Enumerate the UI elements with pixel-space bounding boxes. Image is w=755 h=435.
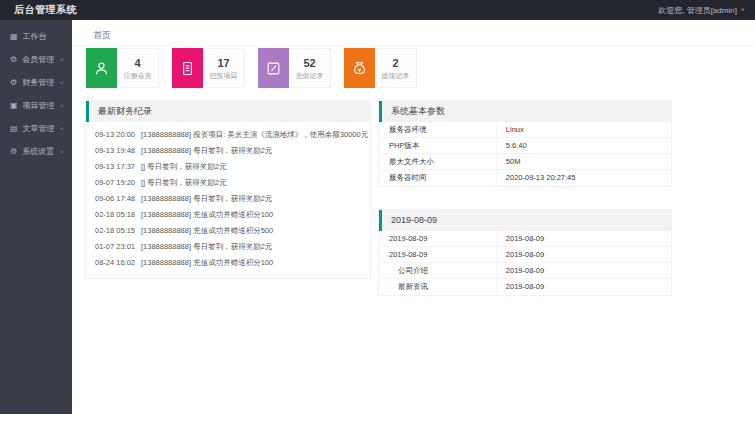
panel-title: 最新财务纪录 [86, 101, 370, 122]
workbench-icon: ▦ [10, 32, 18, 41]
stat-card-info: 17 已投项目 [203, 48, 245, 88]
list-item: 08-24 16:02[13888888888] 充值成功并赠送积分100 [86, 255, 370, 271]
articles-icon: ▤ [10, 124, 18, 133]
list-item: 02-18 05:18[13888888888] 充值成功并赠送积分100 [86, 207, 370, 223]
record-time: 02-18 05:18 [95, 207, 141, 223]
stat-value: 52 [303, 57, 315, 69]
list-item: 02-18 05:15[13888888888] 充值成功并赠送积分500 [86, 223, 370, 239]
finance-icon: ⚙ [10, 78, 17, 87]
sidebar-item-label: 文章管理 [23, 123, 55, 134]
record-text: [] 每日签到，获得奖励2元 [141, 162, 226, 171]
param-label: 服务器时间 [379, 170, 496, 186]
record-time: 09-07 19:20 [95, 175, 141, 191]
record-text: [13888888888] 充值成功并赠送积分100 [141, 210, 273, 219]
table-row: 2019-08-09 2019-08-09 [379, 231, 671, 247]
record-time: 09-06 17:48 [95, 191, 141, 207]
admin-dashboard: 后台管理系统 欢迎您, 管理员[admin] ∨ ▦ 工作台 ⚙ 会员管理 ∨ … [0, 0, 755, 435]
top-bar: 后台管理系统 欢迎您, 管理员[admin] ∨ [0, 0, 755, 20]
article-label: 公司介绍 [379, 263, 496, 278]
user-menu[interactable]: 欢迎您, 管理员[admin] ∨ [658, 5, 755, 16]
record-text: [13888888888] 充值成功并赠送积分100 [141, 258, 273, 267]
sidebar-item-articles[interactable]: ▤ 文章管理 ∨ [0, 117, 72, 140]
welcome-text: 欢迎您, 管理员[admin] [658, 5, 737, 16]
panel-title: 系统基本参数 [379, 101, 671, 122]
list-item: 09-13 20:00[13888888888] 投资项目: 吴京主演《流浪地球… [86, 127, 370, 143]
article-label: 最新资讯 [379, 279, 496, 295]
list-item: 09-13 17:37[] 每日签到，获得奖励2元 [86, 159, 370, 175]
param-value: 2020-09-13 20:27:45 [496, 170, 671, 186]
record-text: [13888888888] 充值成功并赠送积分500 [141, 226, 273, 235]
list-item: 09-06 17:48[13888888888] 每日签到，获得奖励2元 [86, 191, 370, 207]
table-row: 服务器环境 Linux [379, 122, 671, 138]
stat-label: 提现记录 [382, 71, 410, 80]
projects-icon: ▣ [10, 101, 18, 110]
article-date: 2019-08-09 [496, 231, 671, 246]
table-row: PHP版本 5.6.40 [379, 138, 671, 154]
list-item: 09-13 19:48[13888888888] 每日签到，获得奖励2元 [86, 143, 370, 159]
article-label: 2019-08-09 [379, 231, 496, 246]
stat-value: 17 [217, 57, 229, 69]
sidebar: ▦ 工作台 ⚙ 会员管理 ∨ ⚙ 财务管理 ∨ ▣ 项目管理 ∨ ▤ 文章管理 … [0, 20, 72, 414]
param-label: PHP版本 [379, 138, 496, 153]
chevron-down-icon: ∨ [60, 126, 64, 131]
record-time: 09-13 20:00 [95, 127, 141, 143]
stat-card-recharges[interactable]: 52 充值记录 [258, 48, 331, 88]
stat-label: 已投项目 [210, 71, 238, 80]
record-text: [13888888888] 每日签到，获得奖励2元 [141, 194, 272, 203]
stat-label: 注册会员 [124, 71, 152, 80]
sidebar-item-workbench[interactable]: ▦ 工作台 [0, 25, 72, 48]
stat-card-projects[interactable]: 17 已投项目 [172, 48, 245, 88]
stat-value: 4 [134, 57, 140, 69]
record-text: [] 每日签到，获得奖励2元 [141, 178, 226, 187]
table-row: 服务器时间 2020-09-13 20:27:45 [379, 170, 671, 186]
stat-card-info: 4 注册会员 [117, 48, 159, 88]
sidebar-item-finance[interactable]: ⚙ 财务管理 ∨ [0, 71, 72, 94]
sidebar-item-members[interactable]: ⚙ 会员管理 ∨ [0, 48, 72, 71]
list-item: 01-07 23:01[13888888888] 每日签到，获得奖励2元 [86, 239, 370, 255]
stat-card-members[interactable]: 4 注册会员 [86, 48, 159, 88]
members-icon: ⚙ [10, 55, 17, 64]
chevron-down-icon: ∨ [60, 149, 64, 154]
app-title: 后台管理系统 [0, 3, 77, 17]
param-value: 50M [496, 154, 671, 169]
breadcrumb: 首页 [72, 20, 755, 46]
article-date: 2019-08-09 [496, 247, 671, 262]
finance-records-list: 09-13 20:00[13888888888] 投资项目: 吴京主演《流浪地球… [86, 122, 370, 278]
settings-icon: ⚙ [10, 147, 17, 156]
param-value: Linux [496, 122, 671, 137]
chevron-down-icon: ∨ [60, 103, 64, 108]
table-row: 最新资讯 2019-08-09 [379, 279, 671, 295]
sidebar-item-projects[interactable]: ▣ 项目管理 ∨ [0, 94, 72, 117]
param-label: 最大文件大小 [379, 154, 496, 169]
stat-label: 充值记录 [296, 71, 324, 80]
article-label: 2019-08-09 [379, 247, 496, 262]
sidebar-item-label: 项目管理 [23, 100, 55, 111]
stat-card-info: 2 提现记录 [375, 48, 417, 88]
stat-value: 2 [392, 57, 398, 69]
record-time: 01-07 23:01 [95, 239, 141, 255]
param-value: 5.6.40 [496, 138, 671, 153]
system-params-panel: 系统基本参数 服务器环境 Linux PHP版本 5.6.40 最大文件大小 5… [378, 100, 672, 187]
finance-records-panel: 最新财务纪录 09-13 20:00[13888888888] 投资项目: 吴京… [85, 100, 371, 279]
chevron-down-icon: ∨ [740, 7, 745, 13]
table-row: 2019-08-09 2019-08-09 [379, 247, 671, 263]
sidebar-item-label: 工作台 [23, 31, 47, 42]
user-icon [86, 48, 117, 88]
edit-icon [258, 48, 289, 88]
sidebar-item-label: 财务管理 [22, 77, 54, 88]
record-text: [13888888888] 投资项目: 吴京主演《流浪地球》，使用余额30000… [141, 130, 368, 139]
breadcrumb-home-link[interactable]: 首页 [93, 30, 111, 40]
articles-panel: 2019-08-09 2019-08-09 2019-08-09 2019-08… [378, 209, 672, 296]
sidebar-item-label: 会员管理 [22, 54, 54, 65]
document-icon [172, 48, 203, 88]
stat-cards-row: 4 注册会员 17 已投项目 [86, 48, 417, 88]
record-text: [13888888888] 每日签到，获得奖励2元 [141, 146, 272, 155]
panel-title: 2019-08-09 [379, 210, 671, 231]
record-time: 09-13 19:48 [95, 143, 141, 159]
record-text: [13888888888] 每日签到，获得奖励2元 [141, 242, 272, 251]
sidebar-item-settings[interactable]: ⚙ 系统设置 ∨ [0, 140, 72, 163]
money-bag-icon [344, 48, 375, 88]
record-time: 02-18 05:15 [95, 223, 141, 239]
stat-card-withdrawals[interactable]: 2 提现记录 [344, 48, 417, 88]
stat-card-info: 52 充值记录 [289, 48, 331, 88]
